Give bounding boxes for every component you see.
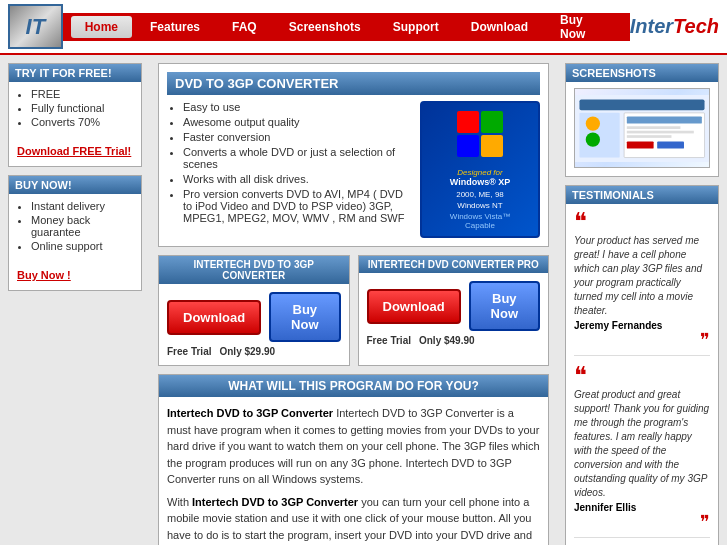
product-2-download-button[interactable]: Download [367,289,461,324]
logo-inter: Inter [630,15,673,37]
svg-rect-1 [481,111,503,133]
testimonial-2-text: Great product and great support! Thank y… [574,388,710,500]
dvd-feature-list: Easy to use Awesome output quality Faste… [167,101,410,224]
quote-icon-1-close: ❞ [574,331,710,349]
main-nav: Home Features FAQ Screenshots Support Do… [63,13,630,41]
quote-icon-1: ❝ [574,210,710,234]
dvd-converter-box: DVD TO 3GP CONVERTER Easy to use Awesome… [158,63,549,247]
testimonial-1-text: Your product has served me great! I have… [574,234,710,318]
svg-rect-0 [457,111,479,133]
feature-2: Awesome output quality [183,116,410,128]
try-free-box: TRY IT FOR FREE! FREE Fully functional C… [8,63,142,167]
buy-item-1: Instant delivery [31,200,133,212]
testimonials-box: TESTIMONIALS ❝ Your product has served m… [565,185,719,545]
svg-rect-6 [579,112,619,157]
try-item-2: Fully functional [31,102,133,114]
try-item-1: FREE [31,88,133,100]
badge-windows-xp: Windows® XP [450,177,511,187]
what-title: WHAT WILL THIS PROGRAM DO FOR YOU? [159,375,548,397]
buy-now-link[interactable]: Buy Now ! [17,269,71,281]
nav-support[interactable]: Support [379,16,453,38]
badge-vista-text: Windows Vista™Capable [428,212,532,230]
product-1-buttons: Download Buy Now [167,292,341,342]
product-row: INTERTECH DVD TO 3GP CONVERTER Download … [158,255,549,366]
windows-logo-icon [428,109,532,166]
product-2-trial-label: Free Trial [367,335,411,346]
buy-now-box: BUY NOW! Instant delivery Money back gua… [8,175,142,291]
dvd-content: Easy to use Awesome output quality Faste… [167,101,540,238]
feature-1: Easy to use [183,101,410,113]
product-box-1: INTERTECH DVD TO 3GP CONVERTER Download … [158,255,350,366]
feature-6: Pro version converts DVD to AVI, MP4 ( D… [183,188,410,224]
product-1-labels: Free Trial Only $29.90 [167,346,341,357]
screenshots-box: SCREENSHOTS [565,63,719,177]
nav-features[interactable]: Features [136,16,214,38]
try-free-list: FREE Fully functional Converts 70% [17,88,133,128]
quote-icon-2: ❝ [574,364,710,388]
feature-3: Faster conversion [183,131,410,143]
try-item-3: Converts 70% [31,116,133,128]
main-content: TRY IT FOR FREE! FREE Fully functional C… [0,55,727,545]
product-1-trial-label: Free Trial [167,346,211,357]
svg-rect-2 [457,135,479,157]
what-box: WHAT WILL THIS PROGRAM DO FOR YOU? Inter… [158,374,549,545]
dvd-features: Easy to use Awesome output quality Faste… [167,101,410,238]
nav-home[interactable]: Home [71,16,132,38]
screenshot-image [574,88,710,168]
logo-tech: Tech [673,15,719,37]
download-free-trial-link[interactable]: Download FREE Trial! [17,145,131,157]
testimonial-2-author: Jennifer Ellis [574,502,710,513]
header: IT Home Features FAQ Screenshots Support… [0,0,727,55]
svg-rect-8 [627,116,702,123]
svg-rect-13 [657,141,684,148]
svg-rect-11 [627,135,672,138]
product-2-title: INTERTECH DVD CONVERTER PRO [359,256,549,273]
svg-rect-5 [579,99,704,110]
testimonials-title: TESTIMONIALS [566,186,718,204]
logo-left: IT [8,4,63,49]
nav-download[interactable]: Download [457,16,542,38]
what-para-1: Intertech DVD to 3GP Converter Intertech… [167,405,540,488]
svg-point-15 [586,132,600,146]
product-2-buttons: Download Buy Now [367,281,541,331]
feature-5: Works with all disk drives. [183,173,410,185]
nav-screenshots[interactable]: Screenshots [275,16,375,38]
product-box-2: INTERTECH DVD CONVERTER PRO Download Buy… [358,255,550,366]
nav-buynow[interactable]: Buy Now [546,9,622,45]
badge-versions: 2000, ME, 98Windows NT [456,190,504,211]
dvd-section-title: DVD TO 3GP CONVERTER [167,72,540,95]
svg-point-14 [586,116,600,130]
product-1-price: Only $29.90 [219,346,275,357]
windows-badge: Designed for Windows® XP 2000, ME, 98Win… [420,101,540,238]
quote-icon-2-close: ❞ [574,513,710,531]
product-1-download-button[interactable]: Download [167,300,261,335]
buy-now-list: Instant delivery Money back guarantee On… [17,200,133,252]
try-free-title: TRY IT FOR FREE! [9,64,141,82]
center-content: DVD TO 3GP CONVERTER Easy to use Awesome… [150,55,557,545]
product-2-labels: Free Trial Only $49.90 [367,335,541,346]
product-1-buynow-button[interactable]: Buy Now [269,292,340,342]
logo-right: InterTech [630,15,719,38]
right-sidebar: SCREENSHOTS TESTIMO [557,55,727,545]
left-sidebar: TRY IT FOR FREE! FREE Fully functional C… [0,55,150,545]
screenshots-title: SCREENSHOTS [566,64,718,82]
buy-now-title: BUY NOW! [9,176,141,194]
product-2-buynow-button[interactable]: Buy Now [469,281,540,331]
testimonial-2: ❝ Great product and great support! Thank… [574,364,710,538]
product-1-title: INTERTECH DVD TO 3GP CONVERTER [159,256,349,284]
svg-rect-10 [627,130,694,133]
svg-rect-12 [627,141,654,148]
badge-designed-text: Designed for [428,168,532,177]
nav-faq[interactable]: FAQ [218,16,271,38]
product-2-price: Only $49.90 [419,335,475,346]
what-para-2: With Intertech DVD to 3GP Converter you … [167,494,540,545]
testimonial-1: ❝ Your product has served me great! I ha… [574,210,710,356]
svg-rect-3 [481,135,503,157]
badge-windows-text: Windows® XP 2000, ME, 98Windows NT [428,177,532,212]
feature-4: Converts a whole DVD or just a selection… [183,146,410,170]
buy-item-2: Money back guarantee [31,214,133,238]
logo-it-text: IT [26,14,46,40]
testimonial-1-author: Jeremy Fernandes [574,320,710,331]
buy-item-3: Online support [31,240,133,252]
svg-rect-9 [627,126,681,129]
